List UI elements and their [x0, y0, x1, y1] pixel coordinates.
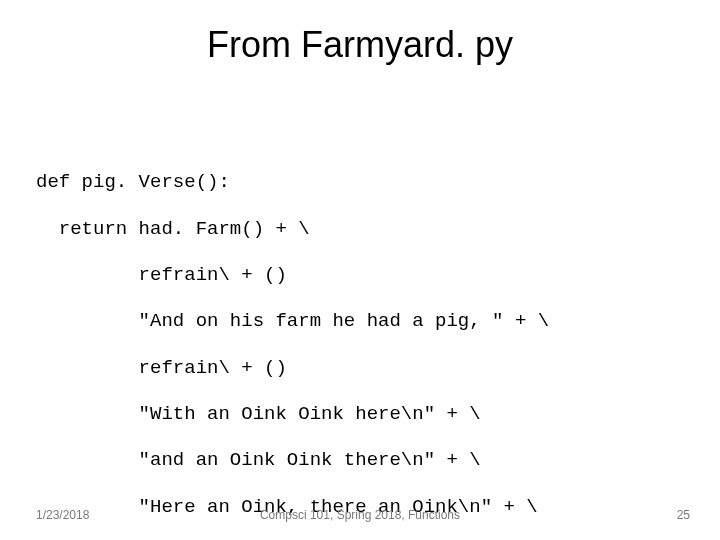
code-line: refrain\ + () — [36, 357, 700, 380]
code-line: return had. Farm() + \ — [36, 218, 700, 241]
slide: From Farmyard. py def pig. Verse(): retu… — [0, 0, 720, 540]
code-block: def pig. Verse(): return had. Farm() + \… — [36, 148, 700, 540]
code-line: refrain\ + () — [36, 264, 700, 287]
slide-title: From Farmyard. py — [0, 0, 720, 76]
code-line: def pig. Verse(): — [36, 171, 700, 194]
footer-center: Compsci 101, Spring 2018, Functions — [0, 508, 720, 522]
code-line: "And on his farm he had a pig, " + \ — [36, 310, 700, 333]
footer-page-number: 25 — [677, 508, 690, 522]
code-line: "and an Oink Oink there\n" + \ — [36, 449, 700, 472]
code-line: "With an Oink Oink here\n" + \ — [36, 403, 700, 426]
